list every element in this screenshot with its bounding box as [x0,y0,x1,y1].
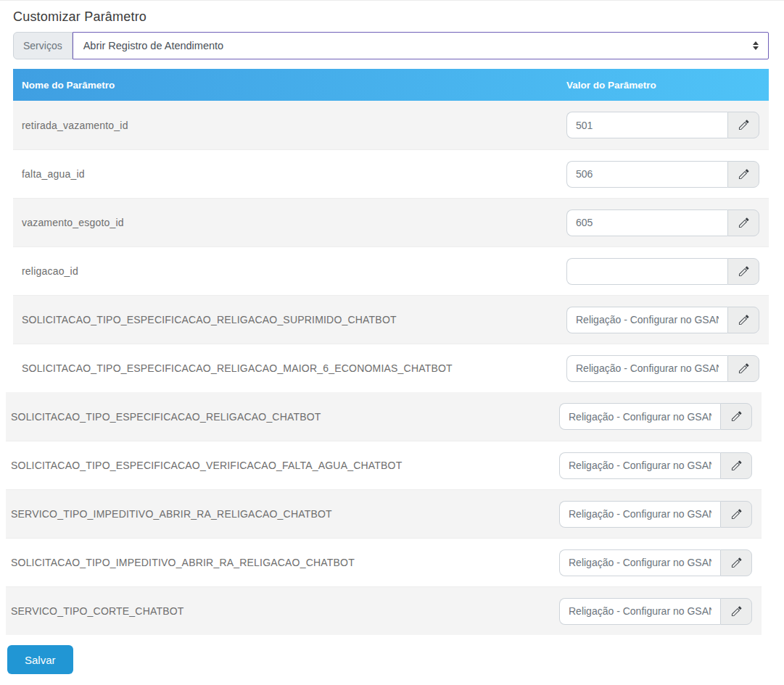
parameter-value-group [566,355,759,382]
pencil-icon [731,460,742,471]
table-row: SOLICITACAO_TIPO_ESPECIFICACAO_RELIGACAO… [13,344,769,392]
pencil-icon [738,120,749,130]
edit-button[interactable] [727,161,759,188]
service-select-group: Serviços Abrir Registro de Atendimento [13,32,769,59]
parameter-value-input[interactable] [559,403,720,430]
pencil-icon [738,315,749,325]
service-select[interactable]: Abrir Registro de Atendimento [73,32,769,59]
pencil-icon [731,509,742,520]
edit-button[interactable] [720,452,752,479]
edit-button[interactable] [720,549,752,576]
table-row: SOLICITACAO_TIPO_ESPECIFICACAO_RELIGACAO… [6,392,762,441]
parameter-name: SERVICO_TIPO_CORTE_CHATBOT [11,605,559,617]
col-header-value: Valor do Parâmetro [566,80,759,91]
parameter-name: SOLICITACAO_TIPO_ESPECIFICACAO_RELIGACAO… [11,411,559,423]
pencil-icon [731,411,742,422]
parameter-value-input[interactable] [566,209,727,236]
table-row: SOLICITACAO_TIPO_ESPECIFICACAO_VERIFICAC… [6,441,762,489]
table-row: falta_agua_id [13,149,769,198]
table-row: religacao_id [13,246,769,295]
pencil-icon [738,266,749,277]
parameter-table-primary: retirada_vazamento_id falta_agua_id vaza… [13,101,769,392]
table-row: SERVICO_TIPO_IMPEDITIVO_ABRIR_RA_RELIGAC… [6,489,762,538]
parameter-value-input[interactable] [559,501,720,528]
parameter-value-group [559,403,752,430]
parameter-name: SOLICITACAO_TIPO_ESPECIFICACAO_VERIFICAC… [11,460,559,471]
parameter-name: SOLICITACAO_TIPO_ESPECIFICACAO_RELIGACAO… [22,362,566,374]
page-title: Customizar Parâmetro [13,9,784,25]
parameter-value-input[interactable] [566,112,727,138]
parameter-value-input[interactable] [566,161,727,188]
table-row: SERVICO_TIPO_CORTE_CHATBOT [6,586,762,635]
parameter-name: SOLICITACAO_TIPO_ESPECIFICACAO_RELIGACAO… [22,314,566,325]
edit-button[interactable] [727,112,759,138]
table-row: vazamento_esgoto_id [13,198,769,246]
edit-button[interactable] [727,209,759,236]
service-select-label: Serviços [13,32,73,59]
parameter-value-group [559,501,752,528]
edit-button[interactable] [720,501,752,528]
parameter-name: religacao_id [22,265,566,277]
pencil-icon [738,363,749,374]
edit-button[interactable] [727,258,759,285]
parameter-value-group [566,258,759,285]
parameter-value-input[interactable] [559,549,720,576]
parameter-value-group [566,161,759,188]
edit-button[interactable] [727,355,759,382]
parameter-value-input[interactable] [559,598,720,625]
table-row: SOLICITACAO_TIPO_ESPECIFICACAO_RELIGACAO… [13,295,769,344]
pencil-icon [731,557,742,568]
parameter-name: falta_agua_id [22,168,566,180]
parameter-value-group [559,452,752,479]
pencil-icon [738,169,749,180]
table-row: retirada_vazamento_id [13,101,769,149]
edit-button[interactable] [720,403,752,430]
parameter-value-input[interactable] [566,258,727,285]
parameter-value-input[interactable] [559,452,720,479]
parameter-value-input[interactable] [566,307,727,333]
parameter-value-group [559,549,752,576]
parameter-value-group [559,598,752,625]
pencil-icon [738,217,749,228]
save-button[interactable]: Salvar [7,645,73,674]
parameter-name: SOLICITACAO_TIPO_IMPEDITIVO_ABRIR_RA_REL… [11,557,559,568]
parameter-name: vazamento_esgoto_id [22,217,566,228]
parameter-value-group [566,112,759,138]
parameter-table-secondary: SOLICITACAO_TIPO_ESPECIFICACAO_RELIGACAO… [6,392,762,635]
table-row: SOLICITACAO_TIPO_IMPEDITIVO_ABRIR_RA_REL… [6,538,762,586]
parameter-name: SERVICO_TIPO_IMPEDITIVO_ABRIR_RA_RELIGAC… [11,508,559,520]
edit-button[interactable] [727,307,759,333]
parameter-name: retirada_vazamento_id [22,120,566,131]
parameter-value-group [566,307,759,333]
pencil-icon [731,606,742,617]
edit-button[interactable] [720,598,752,625]
parameter-value-group [566,209,759,236]
col-header-name: Nome do Parâmetro [22,80,566,91]
parameter-value-input[interactable] [566,355,727,382]
table-header: Nome do Parâmetro Valor do Parâmetro [13,69,769,101]
